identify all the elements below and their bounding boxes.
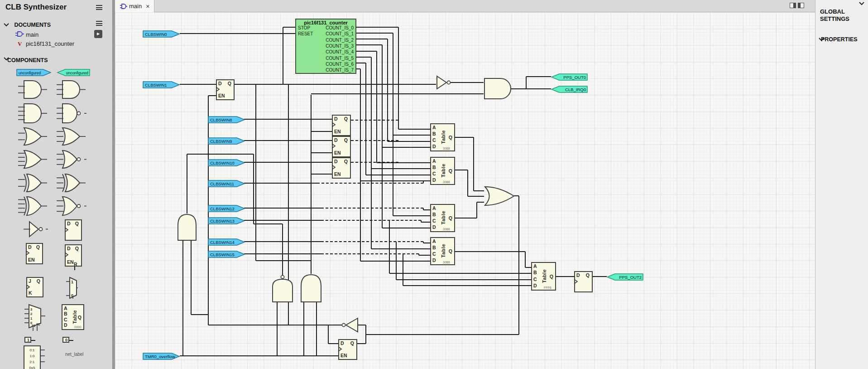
wire [396, 242, 397, 280]
svg-text:S1: S1 [36, 323, 40, 326]
palette-item-output-pin[interactable]: unconfigured [57, 69, 91, 77]
d-flipflop[interactable]: DQ [574, 271, 593, 292]
clock-wedge-icon [574, 279, 578, 284]
wire [393, 33, 393, 216]
palette-item-net-label[interactable]: net_label [65, 352, 84, 357]
palette-item-nor3[interactable] [57, 149, 86, 170]
properties-section-header[interactable]: PROPERTIES [819, 36, 858, 43]
schematic-input-pin[interactable]: CLBSWIN15 [208, 251, 245, 258]
schematic-output-pin[interactable]: PPS_OUT0 [551, 73, 588, 81]
schematic-input-pin[interactable]: CLBSWIN0 [143, 30, 180, 38]
schematic-input-pin[interactable]: CLBSWIN9 [208, 137, 245, 145]
components-section-header[interactable]: COMPONENTS [4, 57, 48, 63]
palette-item-counter[interactable]: 0:11:02:10x5 [24, 345, 46, 369]
d-flipflop[interactable]: DQEN [332, 157, 351, 179]
wire [473, 137, 474, 191]
split-pane-right-icon[interactable] [798, 3, 804, 8]
schematic-input-pin[interactable]: CLBSWIN10 [208, 159, 245, 167]
palette-item-dff-en-r[interactable]: DQENR [65, 244, 82, 267]
wire [371, 248, 430, 249]
andup-gate[interactable] [177, 214, 197, 241]
wire [321, 253, 419, 254]
schematic-canvas[interactable]: CLBSWIN0 CLBSWIN1 CLBSWIN8 CLBSWIN9 CLBS… [115, 12, 815, 369]
lut-table[interactable]: ABCDTableQFFF6 [531, 262, 556, 291]
schematic-input-pin[interactable]: CLBSWIN11 [208, 180, 245, 188]
palette-item-constant[interactable]: 0 [62, 337, 69, 343]
lut-table[interactable]: ABCDTableQ3088 [430, 157, 455, 185]
not-gate[interactable] [436, 75, 451, 90]
wire [311, 93, 484, 94]
palette-item-mux2[interactable]: 1 0 [66, 277, 78, 299]
palette-item-jk-ff[interactable]: JQK [26, 277, 43, 297]
palette-item-dff-en[interactable]: DQEN [26, 243, 43, 264]
palette-item-not[interactable] [24, 221, 48, 238]
palette-item-lut[interactable]: ABCDTableQ0000 [62, 304, 84, 330]
schematic-input-pin[interactable]: CLBSWIN14 [208, 238, 245, 246]
wire [356, 44, 382, 45]
app-menu-icon[interactable] [96, 5, 102, 10]
run-document-button[interactable]: ▶ [94, 30, 102, 38]
wire [365, 325, 366, 344]
palette-item-xor4[interactable] [18, 195, 47, 217]
wire [180, 84, 216, 85]
schematic-output-pin[interactable]: CLB_IRQ0 [551, 86, 588, 93]
palette-item-input-pin[interactable]: unconfigured [16, 69, 52, 77]
schematic-input-pin[interactable]: CLBSWIN12 [208, 205, 245, 213]
d-flipflop[interactable]: DQEN [332, 115, 351, 136]
wire [403, 254, 403, 286]
wire [455, 218, 477, 218]
palette-item-and3[interactable] [57, 80, 86, 99]
palette-item-mux4[interactable]: 3210 S0 S1 [24, 304, 45, 331]
schematic-output-pin[interactable]: PPS_OUT2 [607, 273, 644, 281]
label: 3088 [443, 261, 450, 264]
split-pane-left-icon[interactable] [790, 3, 796, 8]
palette-item-xor2[interactable] [18, 173, 47, 193]
lut-table[interactable]: ABCDTableQ3088 [430, 237, 455, 265]
andup-gate[interactable] [300, 274, 322, 303]
palette-item-xor3[interactable] [57, 173, 86, 193]
schematic-input-pin[interactable]: TMR0_overflow [143, 353, 180, 360]
label: EN [28, 257, 35, 262]
wire [351, 140, 398, 141]
wire [208, 325, 328, 325]
palette-item-xnor3[interactable] [57, 195, 86, 217]
hdl-block-pic16f131-counter[interactable]: pic16f131_counterSTOPRESETCOUNT_IS_0COUN… [295, 19, 356, 74]
nandup-gate[interactable] [272, 275, 293, 303]
wire [234, 84, 436, 85]
notleft-gate[interactable] [340, 317, 359, 333]
d-flipflop[interactable]: DQEN [216, 79, 235, 100]
label: A [432, 238, 436, 244]
documents-section-header[interactable]: DOCUMENTS [4, 22, 51, 28]
palette-item-and2[interactable] [18, 80, 47, 99]
lut-table[interactable]: ABCDTableQ3088 [430, 204, 455, 232]
close-tab-icon[interactable]: × [146, 3, 149, 10]
palette-item-or4[interactable] [18, 149, 47, 170]
palette-item-and4[interactable] [18, 103, 47, 124]
clock-wedge-icon [332, 165, 336, 170]
wire [360, 69, 361, 261]
lut-table[interactable]: ABCDTableQ3088 [430, 123, 455, 151]
palette-item-constant[interactable]: 1 [24, 337, 31, 343]
label: Q [75, 221, 79, 226]
documents-menu-icon[interactable] [96, 21, 102, 26]
palette-item-or2[interactable] [18, 126, 47, 146]
wire [556, 276, 574, 277]
wire [421, 220, 422, 222]
label: Q [75, 246, 79, 251]
wire [468, 196, 484, 197]
palette-item-dff[interactable]: DQ [65, 219, 82, 241]
d-flipflop[interactable]: DQEN [338, 339, 357, 360]
or-gate[interactable] [484, 185, 515, 207]
palette-item-or3[interactable] [57, 126, 86, 146]
d-flipflop[interactable]: DQEN [332, 136, 351, 157]
wire [31, 340, 35, 341]
and-gate[interactable] [484, 78, 512, 100]
tab-main[interactable]: main × [115, 0, 154, 12]
chevron-down-icon[interactable] [859, 2, 864, 5]
label: Q [78, 315, 82, 320]
schematic-input-pin[interactable]: CLBSWIN1 [143, 81, 180, 89]
palette-item-nand3[interactable] [57, 103, 86, 124]
schematic-input-pin[interactable]: CLBSWIN13 [208, 217, 245, 225]
schematic-input-pin[interactable]: CLBSWIN8 [208, 116, 245, 124]
wire [356, 27, 398, 28]
